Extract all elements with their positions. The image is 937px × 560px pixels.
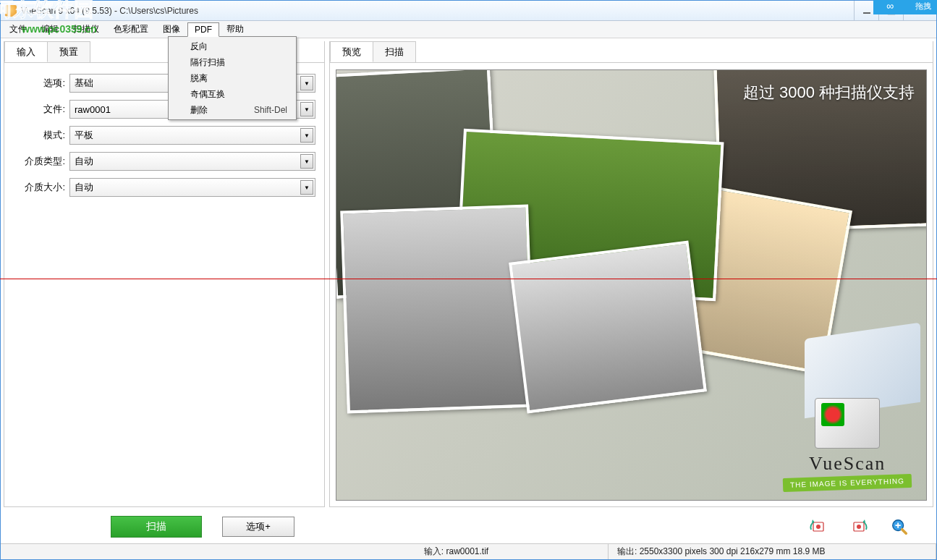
menu-file[interactable]: 文件 (2, 21, 34, 38)
menu-scanner[interactable]: 扫描仪 (66, 21, 106, 38)
window-title: VueScan 9 x64 (9.5.53) - C:\Users\cs\Pic… (21, 6, 854, 16)
menu-item-delete[interactable]: 删除Shift-Del (170, 102, 294, 118)
chevron-down-icon: ▼ (300, 128, 313, 143)
menu-help[interactable]: 帮助 (219, 21, 251, 38)
preview-area[interactable]: 超过 3000 种扫描仪支持 VueScan THE IMAGE IS EVER… (330, 64, 933, 506)
status-bar: 输入: raw0001.tif 输出: 2550x3300 pixels 300… (1, 543, 936, 559)
mode-label: 模式: (13, 129, 65, 142)
option-label: 选项: (13, 77, 65, 90)
tab-input[interactable]: 输入 (4, 41, 48, 62)
media-type-label: 介质类型: (13, 155, 65, 168)
title-bar: VueScan 9 x64 (9.5.53) - C:\Users\cs\Pic… (1, 1, 936, 21)
overlay-text: 超过 3000 种扫描仪支持 (743, 82, 915, 103)
menu-pdf[interactable]: PDF (187, 22, 219, 37)
chevron-down-icon: ▼ (300, 154, 313, 169)
bottom-toolbar: 扫描 选项+ (1, 510, 936, 543)
mode-select[interactable]: 平板▼ (69, 126, 315, 145)
menu-color[interactable]: 色彩配置 (106, 21, 156, 38)
chevron-down-icon: ▼ (300, 180, 313, 195)
menu-image[interactable]: 图像 (156, 21, 187, 38)
svg-point-2 (816, 525, 821, 529)
tab-scan[interactable]: 扫描 (373, 41, 416, 62)
menu-item-interlace[interactable]: 隔行扫描 (170, 54, 294, 70)
rotate-right-icon[interactable] (848, 517, 870, 536)
zoom-in-icon[interactable] (889, 517, 910, 536)
status-output: 输出: 2550x3300 pixels 300 dpi 216x279 mm … (609, 544, 936, 559)
pdf-dropdown: 反向 隔行扫描 脱离 奇偶互换 删除Shift-Del (168, 36, 297, 120)
media-size-select[interactable]: 自动▼ (69, 178, 315, 197)
menu-item-reverse[interactable]: 反向 (170, 38, 294, 54)
rotate-left-icon[interactable] (807, 517, 829, 536)
media-size-label: 介质大小: (13, 181, 65, 194)
infinity-icon: ∞ (873, 0, 907, 14)
vuescan-logo: VueScan THE IMAGE IS EVERYTHING (783, 398, 912, 490)
status-input: 输入: raw0001.tif (305, 544, 609, 559)
tab-preset[interactable]: 预置 (47, 41, 90, 62)
menu-item-detach[interactable]: 脱离 (170, 70, 294, 86)
menu-edit[interactable]: 编辑 (34, 21, 66, 38)
chevron-down-icon: ▼ (300, 76, 313, 90)
media-type-select[interactable]: 自动▼ (69, 152, 315, 171)
menu-item-swap[interactable]: 奇偶互换 (170, 86, 294, 102)
right-panel: 预览 扫描 超过 3000 种扫描仪支持 (329, 41, 933, 507)
options-plus-button[interactable]: 选项+ (222, 517, 294, 537)
app-icon (5, 5, 17, 17)
scan-button[interactable]: 扫描 (111, 516, 202, 538)
file-label: 文件: (13, 103, 65, 116)
preview-image: 超过 3000 种扫描仪支持 VueScan THE IMAGE IS EVER… (336, 70, 926, 500)
tab-preview[interactable]: 预览 (330, 41, 373, 62)
chevron-down-icon: ▼ (300, 102, 313, 116)
menu-bar: 文件 编辑 扫描仪 色彩配置 图像 PDF 帮助 (1, 21, 936, 38)
overlay-badge[interactable]: ∞ 拖拽 (873, 0, 937, 14)
svg-point-4 (857, 525, 861, 529)
